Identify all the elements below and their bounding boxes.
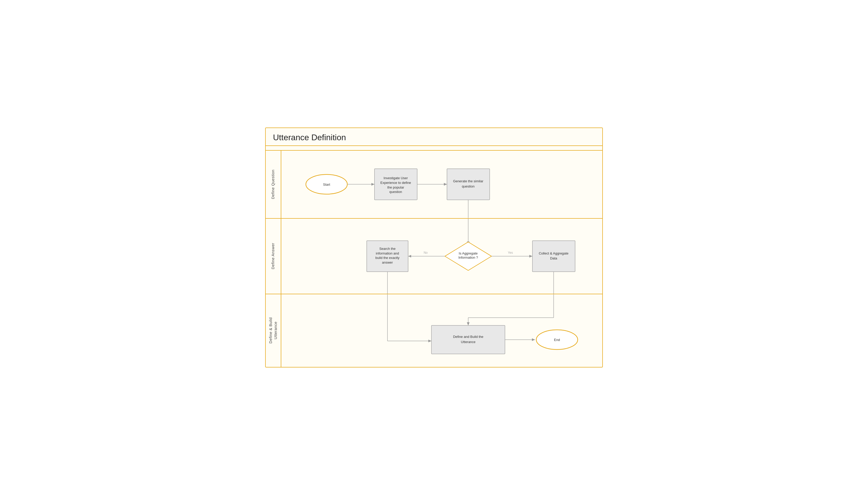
diagram-spacer: [266, 146, 602, 151]
flowchart-row2: Is Aggregate Information ? Yes Collect &…: [281, 219, 602, 294]
swimlane-label-2: Define Answer: [271, 243, 276, 269]
swimlane-content-3: Define and Build the Utterance End: [281, 294, 602, 367]
yes-label: Yes: [508, 251, 513, 254]
swimlane-label-col-1: Define Question: [266, 151, 281, 218]
swimlane-define-answer: Define Answer Is Aggregate Information ?…: [266, 219, 602, 294]
investigate-text-1: Investigate User: [384, 176, 408, 180]
swimlane-area: Define Question Start: [266, 151, 602, 367]
define-build-text-1: Define and Build the: [453, 335, 483, 339]
collect-text-2: Data: [550, 256, 557, 260]
collect-text-1: Collect & Aggregate: [539, 251, 568, 255]
search-text-3: build the exactly: [375, 256, 399, 260]
flowchart-row1: Start Investigate User Experience to def…: [281, 151, 602, 218]
is-aggregate-text-1: Is Aggregate: [459, 251, 478, 255]
investigate-text-3: the popular: [387, 185, 404, 189]
start-label: Start: [323, 183, 330, 186]
flowchart-row3: Define and Build the Utterance End: [281, 294, 602, 367]
swimlane-define-build: Define & Build Utterance: [266, 294, 602, 367]
generate-text-2: question: [462, 184, 475, 188]
diagram-container: Utterance Definition Define Question: [265, 127, 603, 367]
swimlane-label-col-3: Define & Build Utterance: [266, 294, 281, 367]
swimlane-label-1: Define Question: [271, 170, 276, 199]
search-text-2: information and: [376, 251, 399, 255]
investigate-text-2: Experience to define: [380, 181, 411, 185]
swimlane-content-2: Is Aggregate Information ? Yes Collect &…: [281, 219, 602, 294]
swimlane-content-1: Start Investigate User Experience to def…: [281, 151, 602, 218]
end-label: End: [554, 338, 560, 342]
swimlane-label-3: Define & Build Utterance: [268, 317, 278, 344]
generate-text-1: Generate the similar: [453, 179, 483, 183]
search-text-4: answer: [382, 260, 393, 264]
define-build-text-2: Utterance: [461, 340, 476, 344]
investigate-text-4: question: [389, 190, 402, 194]
is-aggregate-text-2: Information ?: [458, 256, 478, 259]
swimlane-define-question: Define Question Start: [266, 151, 602, 218]
swimlane-label-col-2: Define Answer: [266, 219, 281, 294]
search-text-1: Search the: [379, 246, 395, 250]
diagram-title: Utterance Definition: [266, 128, 602, 146]
no-label: No: [424, 251, 428, 254]
